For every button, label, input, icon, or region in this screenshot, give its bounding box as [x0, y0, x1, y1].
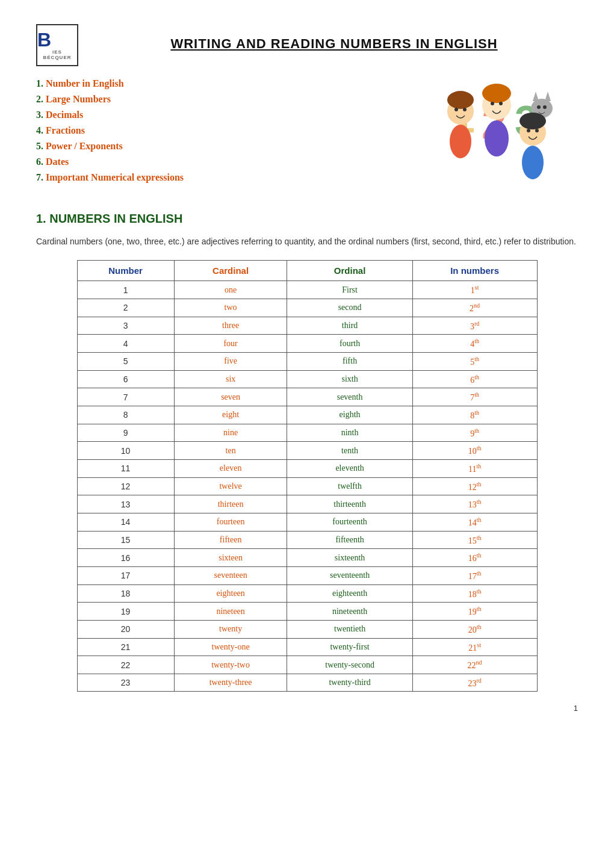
cell-cardinal: twenty-three [174, 674, 287, 692]
toc-item-6: 6. Dates [36, 157, 397, 167]
cell-innumbers: 15th [412, 531, 537, 549]
svg-point-16 [537, 105, 541, 109]
cell-cardinal: fifteen [174, 531, 287, 549]
page-number: 1 [36, 704, 578, 713]
numbers-table: Number Cardinal Ordinal In numbers 1oneF… [77, 260, 538, 692]
table-row: 6sixsixth6th [77, 370, 537, 388]
cell-cardinal: twenty-two [174, 656, 287, 674]
toc-item-2: 2. Large Numbers [36, 94, 397, 105]
cell-ordinal: fifth [287, 353, 412, 371]
cell-cardinal: one [174, 281, 287, 299]
table-row: 17seventeenseventeenth17th [77, 566, 537, 584]
table-row: 5fivefifth5th [77, 353, 537, 371]
toc-num-1: 1. [36, 78, 43, 88]
cell-innumbers: 5th [412, 353, 537, 371]
table-row: 16sixteensixteenth16th [77, 549, 537, 567]
cell-ordinal: fourteenth [287, 513, 412, 531]
cell-number: 21 [77, 638, 174, 656]
table-row: 10tententh10th [77, 442, 537, 460]
cell-cardinal: three [174, 317, 287, 335]
toc-item-3: 3. Decimals [36, 110, 397, 120]
cell-number: 10 [77, 442, 174, 460]
cell-number: 16 [77, 549, 174, 567]
cell-ordinal: third [287, 317, 412, 335]
table-row: 8eighteighth8th [77, 406, 537, 424]
cell-number: 18 [77, 584, 174, 603]
section1-header: 1. NUMBERS IN ENGLISH [36, 212, 578, 226]
table-row: 11eleveneleventh11th [77, 459, 537, 477]
cell-ordinal: thirteenth [287, 495, 412, 513]
svg-marker-15 [545, 91, 551, 101]
table-of-contents: 1. Number in English 2. Large Numbers 3.… [36, 78, 397, 188]
table-row: 4fourfourth4th [77, 335, 537, 353]
table-row: 20twentytwentieth20th [77, 620, 537, 638]
cell-ordinal: twenty-first [287, 638, 412, 656]
table-row: 21twenty-onetwenty-first21st [77, 638, 537, 656]
cell-number: 19 [77, 603, 174, 621]
cell-innumbers: 10th [412, 442, 537, 460]
logo-letter: B [37, 30, 77, 49]
cell-cardinal: sixteen [174, 549, 287, 567]
cell-number: 14 [77, 513, 174, 531]
cell-innumbers: 7th [412, 388, 537, 406]
cell-ordinal: fifteenth [287, 531, 412, 549]
cell-cardinal: eighteen [174, 584, 287, 603]
svg-point-22 [535, 129, 539, 132]
cell-cardinal: twenty-one [174, 638, 287, 656]
toc-item-4: 4. Fractions [36, 125, 397, 136]
cell-ordinal: ninth [287, 424, 412, 442]
cell-number: 6 [77, 370, 174, 388]
cell-ordinal: twelfth [287, 477, 412, 495]
cell-number: 13 [77, 495, 174, 513]
cell-ordinal: nineteenth [287, 603, 412, 621]
table-row: 23twenty-threetwenty-third23rd [77, 674, 537, 692]
cell-ordinal: fourth [287, 335, 412, 353]
cell-number: 22 [77, 656, 174, 674]
cell-ordinal: First [287, 281, 412, 299]
col-header-number: Number [77, 261, 174, 281]
cell-innumbers: 21st [412, 638, 537, 656]
logo: B IES BÉCQUER [36, 24, 78, 66]
cell-number: 3 [77, 317, 174, 335]
table-row: 3threethird3rd [77, 317, 537, 335]
cell-innumbers: 1st [412, 281, 537, 299]
toc-item-5: 5. Power / Exponents [36, 141, 397, 152]
col-header-innumbers: In numbers [412, 261, 537, 281]
svg-marker-14 [533, 91, 539, 101]
table-body: 1oneFirst1st2twosecond2nd3threethird3rd4… [77, 281, 537, 692]
cell-cardinal: eight [174, 406, 287, 424]
cell-cardinal: four [174, 335, 287, 353]
svg-point-17 [543, 105, 547, 109]
cell-number: 7 [77, 388, 174, 406]
cell-ordinal: eleventh [287, 459, 412, 477]
cell-innumbers: 16th [412, 549, 537, 567]
cell-ordinal: eighth [287, 406, 412, 424]
cell-cardinal: six [174, 370, 287, 388]
table-row: 1oneFirst1st [77, 281, 537, 299]
table-row: 22twenty-twotwenty-second22nd [77, 656, 537, 674]
table-row: 9nineninth9th [77, 424, 537, 442]
svg-point-9 [485, 120, 509, 157]
cell-ordinal: seventeenth [287, 566, 412, 584]
cell-innumbers: 20th [412, 620, 537, 638]
svg-point-10 [482, 84, 511, 103]
cell-cardinal: eleven [174, 459, 287, 477]
svg-point-4 [450, 125, 471, 158]
cell-innumbers: 22nd [412, 656, 537, 674]
cell-ordinal: twentieth [287, 620, 412, 638]
cell-innumbers: 4th [412, 335, 537, 353]
table-row: 15fifteenfifteenth15th [77, 531, 537, 549]
cell-number: 8 [77, 406, 174, 424]
cell-innumbers: 23rd [412, 674, 537, 692]
cell-ordinal: seventh [287, 388, 412, 406]
cell-innumbers: 18th [412, 584, 537, 603]
table-header-row: Number Cardinal Ordinal In numbers [77, 261, 537, 281]
cell-cardinal: ten [174, 442, 287, 460]
cell-number: 12 [77, 477, 174, 495]
cell-ordinal: eighteenth [287, 584, 412, 603]
svg-point-19 [522, 146, 544, 179]
logo-subtitle: IES BÉCQUER [37, 49, 77, 60]
cell-number: 4 [77, 335, 174, 353]
cell-ordinal: sixteenth [287, 549, 412, 567]
svg-point-6 [454, 108, 458, 111]
